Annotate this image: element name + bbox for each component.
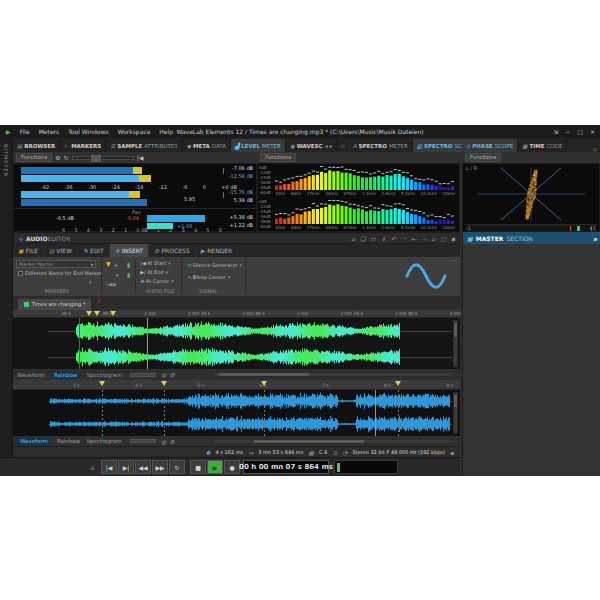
main-vscrollbar[interactable] [453,392,458,434]
main-hscrollbar[interactable] [213,439,453,444]
settings-gear-icon[interactable]: ⚙ [55,154,60,161]
ribbon-tab-render[interactable]: ▶RENDER [196,244,239,257]
status-file-length[interactable]: 3 mn 53 s 844 ms [258,450,303,455]
checkbox-icon[interactable] [18,271,23,276]
minimize-icon[interactable]: − [565,128,570,135]
marker-more-chevron[interactable]: ▾ [89,280,92,285]
maximize-icon[interactable]: □ [577,128,583,135]
resize-icon[interactable]: ⇲ [553,128,558,135]
menu-tool-windows[interactable]: Tool Windows [68,128,108,135]
ribbon-tab-file[interactable]: ▣FILE [13,244,44,257]
document-tab[interactable]: Times are changing * [18,299,91,310]
nav-forward-icon[interactable]: → [421,235,426,242]
prev-marker-button[interactable]: |◀ [101,460,117,474]
tab-browser[interactable]: ▤BROWSER [13,139,60,152]
menu-help[interactable]: Help [159,128,173,135]
main-tab-spectrogram[interactable]: Spectrogram [86,438,122,444]
menu-workspace[interactable]: Workspace [118,128,151,135]
bleep-censor-item[interactable]: ≈ Bleep Censor ▾ [187,275,230,280]
panel-options-left-icon[interactable]: ▫ [337,139,349,152]
record-button[interactable]: ● [224,460,240,474]
menu-meters[interactable]: Meters [39,128,60,135]
overview-zoom-slider[interactable] [130,373,156,377]
marker-next-icon[interactable]: ▸ [115,261,118,268]
overview-waveform-pane[interactable] [13,318,460,369]
status-audio-format[interactable]: Stereo 32 bit F 48 000 Hz (192 kbps) [353,450,445,455]
home-icon[interactable]: ⌂ [351,235,355,242]
maximize-pane-icon[interactable]: ▢ [440,235,446,242]
panel-options-right-icon[interactable]: ▫ [593,145,597,152]
main-zoom-reset-icon[interactable]: ◍ [161,438,166,445]
overview-tab-spectrogram[interactable]: Spectrogram [86,372,122,378]
play-button[interactable]: ▶ [207,460,223,474]
reset-icon[interactable]: ↻ [64,154,69,161]
loop-button[interactable]: ↻ [169,460,185,474]
rewind-button[interactable]: ◀◀ [135,460,151,474]
save-icon[interactable]: ⇓ [381,235,386,242]
silence-generator-item[interactable]: ⊓ Silence Generator ▾ [187,263,242,268]
tab-markers[interactable]: ⊢MARKERS [60,139,106,152]
status-selection-length[interactable]: 4 s 162 ms [216,450,244,455]
more-icon[interactable]: ▪ [451,235,455,242]
overview-link-icon[interactable]: ⚙ [169,371,174,378]
marker-pair-icon[interactable]: |◀|▶ [106,282,117,287]
tab-sample-attributes[interactable]: ☰SAMPLEATTRIBUTES [106,139,182,152]
marker-prev-icon[interactable]: ◂ [115,271,118,278]
main-ruler[interactable]: 3 s4 s5 s6 s7 s8 s9 s [13,380,460,390]
at-start-item[interactable]: |◀ At Start ▾ [140,261,170,266]
ribbon-tab-insert[interactable]: ✛INSERT [110,244,149,257]
play-insert-1-icon[interactable]: ▮ [127,261,130,268]
transport-options-icon[interactable]: ≡ [90,464,95,471]
forward-button[interactable]: ▶▶ [152,460,168,474]
clock-icon[interactable]: ◔ [342,449,347,456]
document-close-icon[interactable]: ✕ [97,298,101,304]
overview-tab-rainbow[interactable]: Rainbow [51,371,80,379]
layout-icon[interactable]: ▫ [431,235,435,242]
main-snap-icon[interactable]: ⚙ [169,438,174,445]
timecode-display[interactable]: 00 h 00 mn 07 s 864 ms [243,460,329,474]
tab-scroll-right-icon[interactable]: ▸ [329,143,332,149]
menu-file[interactable]: File [20,128,30,135]
tab-metadata[interactable]: ◆METADATA [183,139,231,152]
status-more-icon[interactable]: ▪ [450,449,454,456]
end-marker-checkbox-row[interactable]: Different Name for End Marker [18,271,102,276]
magnifier-icon[interactable]: ⊙ [332,449,337,456]
at-end-item[interactable]: ▶| At End ▾ [140,270,168,275]
tab-phasescope[interactable]: ◇PHASESCOPE [462,139,518,152]
nav-back-icon[interactable]: ← [411,235,416,242]
play-insert-2-icon[interactable]: ▮ [127,271,130,278]
ribbon-tab-view[interactable]: ◎VIEW [44,244,78,257]
redo-icon[interactable]: ↷ [401,235,406,242]
main-tab-waveform[interactable]: Waveform [17,437,51,445]
phasescope-functions-button[interactable]: Functions [465,153,501,163]
tab-wavescope[interactable]: ◉WAVESC◂▸ [286,139,337,152]
overview-vscrollbar[interactable] [453,320,458,367]
goto-start-icon[interactable]: |◀ [137,154,144,161]
marker-name-combo[interactable]: Marker Name▾ [16,260,96,268]
next-marker-button[interactable]: ▶| [118,460,134,474]
tab-timecode[interactable]: ▦TIMECODE [518,139,567,152]
meter-zoom-slider[interactable] [72,156,134,160]
bitmeter-tab[interactable]: BITMETER [3,144,8,177]
marker-drop-icon[interactable]: ▼ [106,260,111,267]
new-file-icon[interactable]: ❏ [360,235,365,242]
spectroscope-functions-button[interactable]: Functions [260,153,296,163]
close-icon[interactable]: × [590,128,595,135]
overview-tab-waveform[interactable]: Waveform [17,372,45,378]
tab-spectrometer[interactable]: ASPECTROMETER [349,139,413,152]
master-options-icon[interactable]: ▪ [593,235,597,242]
ribbon-tab-edit[interactable]: ✎EDIT [78,244,110,257]
overview-ruler[interactable]: 20 s40 s1 mn1 mn 20 s1 mn 40 s2 mn2 mn 2… [13,310,460,318]
open-folder-icon[interactable]: ▭ [370,235,376,242]
main-tab-rainbow[interactable]: Rainbow [57,438,80,444]
stop-button[interactable]: ■ [190,460,206,474]
ribbon-tab-process[interactable]: ⚙PROCESS [149,244,196,257]
levelmeter-functions-button[interactable]: Functions [16,153,52,163]
at-cursor-item[interactable]: ⊕ At Cursor ▾ [140,279,173,284]
overview-zoom-reset-icon[interactable]: ◍ [161,371,166,378]
main-waveform-pane[interactable] [13,390,460,436]
main-zoom-slider[interactable] [130,439,156,443]
tab-levelmeter[interactable]: ▟LEVELMETER [231,139,286,152]
collapse-ribbon-icon[interactable]: ^ [452,258,457,265]
tab-scroll-left-icon[interactable]: ◂ [324,143,327,149]
